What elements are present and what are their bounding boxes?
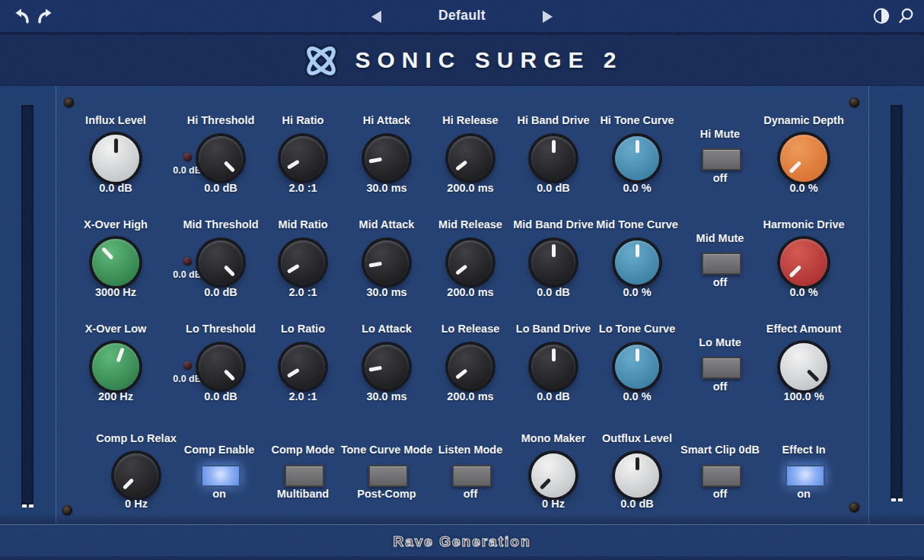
mid-mute-toggle[interactable]: [702, 253, 741, 275]
mono-maker-knob[interactable]: [531, 453, 575, 498]
meter-peak-ticks: [21, 504, 33, 508]
knob-pointer: [636, 140, 639, 153]
output-level-meter: [891, 105, 903, 499]
input-level-meter: [21, 105, 33, 505]
plugin-window: Default: [0, 0, 924, 560]
mid-band-drive-knob[interactable]: [531, 240, 575, 285]
knob-pointer: [789, 161, 801, 173]
xover-high-knob[interactable]: [92, 239, 139, 286]
outflux-level-knob[interactable]: [615, 453, 659, 498]
control-xover-high: X-Over High 3000 Hz: [66, 218, 165, 302]
tone-curve-mode-toggle[interactable]: [368, 465, 408, 487]
listen-mode-toggle[interactable]: [452, 465, 492, 487]
control-label: Effect In: [754, 444, 853, 456]
xover-low-knob[interactable]: [92, 343, 139, 390]
effect-amount-knob[interactable]: [780, 343, 827, 390]
knob-pointer: [286, 264, 299, 274]
preset-navigator: Default: [0, 0, 924, 32]
control-harmonic-drive: Harmonic Drive 0.0 %: [754, 218, 853, 302]
control-value: 200 Hz: [66, 390, 165, 402]
hi-threshold-knob[interactable]: [199, 136, 243, 180]
side-value: 0.0 dB: [170, 269, 205, 280]
control-effect-amount: Effect Amount 100.0 %: [754, 323, 853, 406]
knob-pointer: [114, 138, 118, 153]
hi-ratio-knob[interactable]: [281, 136, 325, 180]
control-effect-in: Effect In on: [754, 429, 853, 513]
gain-reduction-led: [183, 361, 192, 370]
mid-tone-curve-knob[interactable]: [615, 240, 659, 285]
control-influx-level: Influx Level 0.0 dB: [66, 114, 165, 198]
knob-pointer: [552, 140, 556, 153]
hi-band-drive-knob[interactable]: [531, 136, 575, 180]
comp-mode-toggle[interactable]: [285, 465, 324, 487]
main-area: Influx Level 0.0 dB Hi Threshold 0.0 dB …: [0, 86, 924, 525]
control-label: Harmonic Drive: [754, 218, 853, 231]
comp-lo-relax-knob[interactable]: [114, 453, 158, 498]
control-label: X-Over Low: [66, 323, 165, 335]
control-value: 0.0 %: [754, 182, 853, 194]
hi-tone-curve-knob[interactable]: [615, 136, 659, 180]
harmonic-drive-knob[interactable]: [780, 239, 827, 286]
knob-pointer: [636, 244, 639, 257]
knob-pointer: [100, 247, 113, 259]
panel-bottom-shadow: [0, 513, 924, 525]
smart-clip-toggle[interactable]: [702, 465, 741, 487]
lo-release-knob[interactable]: [448, 345, 492, 389]
meter-peak-ticks: [891, 498, 903, 501]
knob-pointer: [286, 160, 299, 170]
effect-in-toggle[interactable]: [785, 465, 825, 487]
knob-pointer: [806, 369, 819, 382]
knob-pointer: [552, 348, 556, 361]
mid-ratio-knob[interactable]: [281, 240, 325, 285]
lo-mute-toggle[interactable]: [702, 357, 741, 379]
knob-pointer: [455, 368, 467, 379]
knob-pointer: [636, 457, 639, 470]
lo-threshold-knob[interactable]: [199, 345, 243, 389]
knob-pointer: [122, 478, 134, 490]
hi-attack-knob[interactable]: [365, 136, 409, 180]
dynamic-depth-knob[interactable]: [780, 135, 827, 182]
atom-logo-icon: [301, 40, 342, 81]
influx-level-knob[interactable]: [92, 135, 139, 182]
gain-reduction-led: [183, 257, 192, 266]
comp-enable-toggle[interactable]: [201, 465, 241, 487]
lo-tone-curve-knob[interactable]: [615, 345, 659, 389]
knob-pointer: [552, 244, 556, 257]
knob-pointer: [539, 478, 551, 490]
knob-pointer: [223, 369, 235, 381]
control-value: on: [754, 488, 853, 500]
hi-mute-toggle[interactable]: [702, 148, 741, 170]
mid-threshold-knob[interactable]: [199, 240, 243, 285]
footer: Rave Generation: [0, 524, 924, 560]
search-icon[interactable]: [897, 7, 915, 25]
control-dynamic-depth: Dynamic Depth 0.0 %: [754, 114, 853, 198]
theme-contrast-icon[interactable]: [872, 7, 891, 25]
knob-pointer: [455, 264, 467, 275]
mid-attack-knob[interactable]: [365, 240, 409, 285]
lo-ratio-knob[interactable]: [281, 345, 325, 389]
knob-pointer: [368, 366, 382, 372]
previous-preset-icon[interactable]: [371, 11, 381, 23]
hi-release-knob[interactable]: [448, 136, 492, 180]
control-value: 0.0 %: [754, 286, 853, 298]
preset-name[interactable]: Default: [386, 8, 538, 24]
screw: [64, 97, 74, 107]
knob-pointer: [636, 348, 639, 361]
mid-release-knob[interactable]: [448, 240, 492, 285]
control-label: Influx Level: [66, 114, 165, 126]
gain-reduction-led: [183, 153, 192, 161]
knob-pointer: [286, 368, 299, 378]
control-xover-low: X-Over Low 200 Hz: [66, 323, 165, 406]
screw: [849, 97, 859, 107]
control-label: Effect Amount: [754, 323, 853, 335]
vendor-logo: Rave Generation: [0, 533, 924, 550]
lo-band-drive-knob[interactable]: [531, 345, 575, 389]
knob-pointer: [789, 265, 801, 278]
side-value: 0.0 dB: [170, 165, 205, 176]
top-toolbar: Default: [0, 0, 924, 35]
knob-pointer: [368, 262, 382, 268]
lo-attack-knob[interactable]: [365, 345, 409, 389]
control-label: X-Over High: [66, 218, 165, 231]
knob-pointer: [455, 160, 467, 170]
next-preset-icon[interactable]: [543, 11, 553, 23]
